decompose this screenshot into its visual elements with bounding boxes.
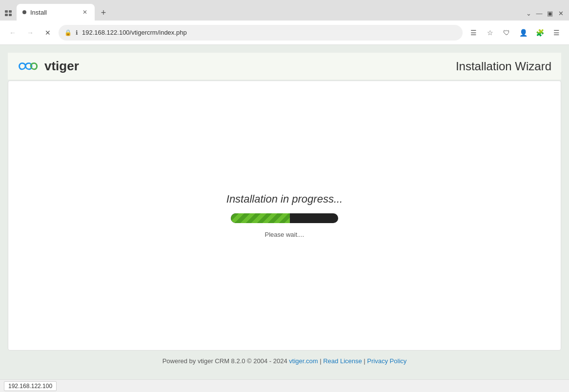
svg-rect-2 <box>5 14 8 16</box>
tab-label: Install <box>30 9 47 16</box>
tab-manager-icon[interactable] <box>4 9 13 18</box>
active-tab[interactable]: Install ✕ <box>17 4 95 21</box>
address-text: 192.168.122.100/vtigercrm/index.php <box>82 29 187 36</box>
read-license-link[interactable]: Read License <box>323 357 362 365</box>
progress-section: Installation in progress... Please wait.… <box>226 193 343 238</box>
close-window-icon[interactable]: ✕ <box>556 9 565 18</box>
svg-rect-0 <box>5 10 8 13</box>
svg-rect-1 <box>9 10 12 13</box>
page-wrapper: vtiger Installation Wizard Installation … <box>0 45 569 379</box>
site-footer: Powered by vtiger CRM 8.2.0 © 2004 - 202… <box>8 351 561 371</box>
minimize-icon[interactable]: ― <box>535 9 544 18</box>
tab-close-button[interactable]: ✕ <box>81 8 89 16</box>
extensions-icon[interactable]: 🧩 <box>533 26 547 40</box>
svg-rect-3 <box>9 14 12 16</box>
main-card: Installation in progress... Please wait.… <box>8 81 561 351</box>
logo-text: vtiger <box>44 59 79 74</box>
browser-chrome: Install ✕ + ⌄ ― ▣ ✕ ← → ✕ 🔒 ℹ 192.168.12… <box>0 0 569 392</box>
tab-bar: Install ✕ + ⌄ ― ▣ ✕ <box>0 0 569 21</box>
new-tab-button[interactable]: + <box>97 7 110 21</box>
vtiger-logo-icon <box>18 58 40 75</box>
account-icon[interactable]: 👤 <box>516 26 530 40</box>
maximize-icon[interactable]: ▣ <box>546 9 554 18</box>
wizard-title: Installation Wizard <box>456 60 551 73</box>
tab-right-controls: ⌄ ― ▣ ✕ <box>524 9 565 21</box>
site-header: vtiger Installation Wizard <box>8 53 561 80</box>
separator-1: | <box>320 357 321 365</box>
vtiger-logo: vtiger <box>18 58 79 75</box>
tab-dropdown-icon[interactable]: ⌄ <box>524 9 533 18</box>
info-icon: ℹ <box>76 29 78 36</box>
progress-text: Installation in progress... <box>226 193 343 206</box>
vtiger-com-link[interactable]: vtiger.com <box>289 357 318 365</box>
tab-left-icons <box>4 9 13 21</box>
tab-loading-dot <box>22 10 26 14</box>
address-bar[interactable]: 🔒 ℹ 192.168.122.100/vtigercrm/index.php <box>59 25 463 41</box>
nav-right-icons: ☰ ☆ 🛡 👤 🧩 ☰ <box>467 26 563 40</box>
status-url: 192.168.122.100 <box>4 381 57 391</box>
menu-icon[interactable]: ☰ <box>549 26 563 40</box>
shield-check-icon[interactable]: 🛡 <box>500 26 513 40</box>
progress-bar-fill <box>231 213 290 223</box>
please-wait-text: Please wait.... <box>265 231 305 238</box>
status-bar: 192.168.122.100 <box>0 379 569 392</box>
progress-bar-container <box>231 213 338 223</box>
star-icon[interactable]: ☆ <box>483 26 497 40</box>
shield-icon: 🔒 <box>64 29 72 36</box>
reload-button[interactable]: ✕ <box>41 26 55 40</box>
powered-by-text: Powered by vtiger CRM 8.2.0 © 2004 - 202… <box>163 357 287 365</box>
nav-bar: ← → ✕ 🔒 ℹ 192.168.122.100/vtigercrm/inde… <box>0 21 569 45</box>
back-button[interactable]: ← <box>6 26 20 40</box>
separator-2: | <box>364 357 365 365</box>
bookmarks-icon[interactable]: ☰ <box>467 26 480 40</box>
forward-button[interactable]: → <box>23 26 37 40</box>
privacy-policy-link[interactable]: Privacy Policy <box>367 357 406 365</box>
